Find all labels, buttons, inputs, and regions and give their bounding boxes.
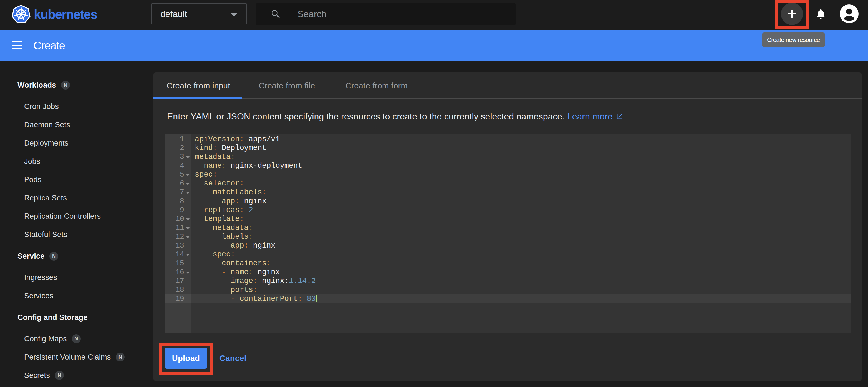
- code-token: name: [230, 268, 249, 276]
- code-token: containerPort: [240, 295, 298, 303]
- code-token: :: [253, 286, 257, 294]
- cancel-button[interactable]: Cancel: [219, 348, 247, 369]
- code-token: :: [249, 224, 253, 232]
- namespace-selector[interactable]: default: [151, 3, 247, 24]
- code-token: spec: [195, 171, 213, 179]
- indent-guide: [204, 188, 204, 197]
- gutter-line-4: 4: [165, 161, 191, 170]
- code-line-12: labels:: [191, 232, 851, 241]
- code-token: nginx:: [257, 277, 289, 285]
- code-token: nginx-deployment: [226, 162, 302, 170]
- sidebar-item-cron-jobs[interactable]: Cron Jobs: [0, 97, 153, 116]
- sidebar-item-jobs[interactable]: Jobs: [0, 152, 153, 171]
- code-token: 1.14.2: [289, 277, 316, 285]
- indent-guide: [222, 241, 222, 250]
- code-token: :: [240, 135, 244, 143]
- gutter-line-6: 6: [165, 179, 191, 188]
- fold-marker-icon[interactable]: [186, 183, 189, 185]
- fold-marker-icon[interactable]: [186, 192, 189, 194]
- gutter-line-11: 11: [165, 223, 191, 232]
- code-token: nginx: [249, 242, 276, 250]
- fold-marker-icon[interactable]: [186, 272, 189, 274]
- fold-marker-icon[interactable]: [186, 227, 189, 230]
- indent-guide: [213, 232, 213, 241]
- new-badge: N: [72, 334, 81, 343]
- indent-guide: [213, 294, 213, 303]
- sidebar-item-ingresses[interactable]: Ingresses: [0, 268, 153, 287]
- sidebar-item-services[interactable]: Services: [0, 287, 153, 305]
- code-line-19: - containerPort: 80: [191, 294, 851, 303]
- fold-marker-icon[interactable]: [186, 236, 189, 238]
- fold-marker-icon[interactable]: [186, 156, 189, 159]
- gutter-line-2: 2: [165, 144, 191, 152]
- sidebar-item-pods[interactable]: Pods: [0, 171, 153, 189]
- gutter-line-16: 16: [165, 268, 191, 277]
- code-line-6: selector:: [191, 179, 851, 188]
- code-token: 80: [307, 295, 315, 303]
- code-token: :: [253, 277, 257, 285]
- kubernetes-wordmark: kubernetes: [34, 0, 97, 30]
- code-line-17: image: nginx:1.14.2: [191, 277, 851, 285]
- code-token: metadata: [213, 224, 249, 232]
- editor-code-area[interactable]: apiVersion: apps/v1kind: Deploymentmetad…: [191, 134, 851, 333]
- code-token: [195, 233, 222, 241]
- code-token: :: [213, 171, 217, 179]
- sidebar-item-stateful-sets[interactable]: Stateful Sets: [0, 225, 153, 244]
- sidebar-section-config-and-storage[interactable]: Config and Storage: [0, 308, 153, 326]
- code-token: metadata: [195, 153, 230, 161]
- sidebar-section-workloads[interactable]: WorkloadsN: [0, 76, 153, 94]
- indent-guide: [222, 277, 222, 285]
- code-token: spec: [213, 250, 231, 259]
- code-token: kind: [195, 144, 213, 152]
- sidebar-item-persistent-volume-claims[interactable]: Persistent Volume ClaimsN: [0, 348, 153, 366]
- sidebar-item-replication-controllers[interactable]: Replication Controllers: [0, 207, 153, 225]
- new-badge: N: [61, 81, 70, 90]
- gutter-line-19: 19: [165, 294, 191, 303]
- notifications-button[interactable]: [810, 3, 832, 25]
- indent-guide: [204, 250, 204, 259]
- code-token: :: [249, 268, 253, 276]
- code-token: [302, 295, 307, 303]
- indent-guide: [204, 223, 204, 232]
- code-token: :: [235, 197, 240, 205]
- fold-marker-icon[interactable]: [186, 218, 189, 221]
- code-line-8: app: nginx: [191, 197, 851, 206]
- code-line-2: kind: Deployment: [191, 144, 851, 152]
- account-button[interactable]: [838, 3, 860, 25]
- sidebar-item-secrets[interactable]: SecretsN: [0, 366, 153, 385]
- external-link-icon: [616, 113, 623, 120]
- code-token: apiVersion: [195, 135, 240, 143]
- indent-guide: [204, 285, 204, 294]
- fold-marker-icon[interactable]: [186, 174, 189, 176]
- tab-create-from-form[interactable]: Create from form: [331, 72, 423, 99]
- sidebar-item-config-maps[interactable]: Config MapsN: [0, 329, 153, 348]
- code-token: labels: [222, 233, 249, 241]
- code-token: [195, 179, 204, 188]
- code-token: [195, 197, 222, 205]
- sidebar-section-service[interactable]: ServiceN: [0, 247, 153, 265]
- yaml-editor[interactable]: 12345678910111213141516171819 apiVersion…: [165, 134, 851, 333]
- tab-create-from-input[interactable]: Create from input: [153, 72, 243, 99]
- code-token: :: [240, 179, 244, 188]
- indent-guide: [213, 197, 213, 206]
- gutter-line-15: 15: [165, 259, 191, 268]
- indent-guide: [222, 294, 222, 303]
- tab-create-from-file[interactable]: Create from file: [243, 72, 331, 99]
- sidebar-item-replica-sets[interactable]: Replica Sets: [0, 189, 153, 207]
- search-box[interactable]: [256, 3, 516, 25]
- code-token: name: [204, 162, 222, 170]
- sidebar-item-daemon-sets[interactable]: Daemon Sets: [0, 116, 153, 134]
- sidebar-item-deployments[interactable]: Deployments: [0, 134, 153, 152]
- code-token: :: [240, 215, 244, 223]
- fold-marker-icon[interactable]: [186, 254, 189, 256]
- code-token: :: [230, 250, 235, 259]
- top-bar: kubernetes default: [0, 0, 868, 30]
- editor-description: Enter YAML or JSON content specifying th…: [167, 111, 833, 122]
- learn-more-link[interactable]: Learn more: [567, 111, 613, 121]
- code-token: :: [298, 295, 302, 303]
- code-token: apps/v1: [244, 135, 280, 143]
- menu-icon[interactable]: [12, 41, 22, 49]
- search-input[interactable]: [298, 9, 486, 20]
- editor-gutter: 12345678910111213141516171819: [165, 134, 191, 333]
- annotation-box-upload-button: [159, 343, 213, 375]
